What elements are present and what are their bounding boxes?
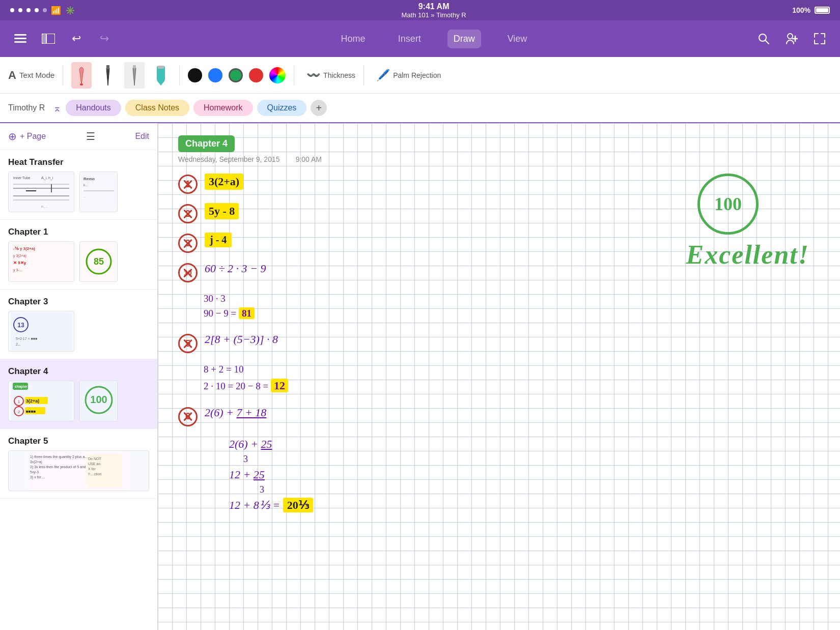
sidebar-item-title: Chapter 4 [8,366,149,377]
svg-text:2) 3x less then the product of: 2) 3x less then the product of 5 and y..… [30,465,92,469]
search-button[interactable] [753,28,774,49]
nav-tab-draw[interactable]: Draw [447,30,481,48]
nav-tab-insert[interactable]: Insert [392,30,427,48]
svg-rect-0 [14,34,26,36]
user-pill: Timothy R [8,103,45,112]
battery-icon [815,7,830,14]
svg-text:chapter 4: chapter 4 [15,385,31,389]
pen-tool-teal[interactable] [151,62,171,89]
nav-tab-home[interactable]: Home [335,30,372,48]
pen-tool-gray-active[interactable] [124,62,145,89]
palm-rejection-button[interactable]: 🖊️ Palm Rejection [376,69,441,82]
problem-num-1: 1 [178,175,198,194]
edit-button[interactable]: Edit [135,132,149,141]
sidebar-thumbnail: chapter 4 1 3(2+a) 2 ■■■■ [8,381,149,421]
back-arrow-button[interactable]: ⌅ [53,102,62,114]
svg-text:Remo: Remo [83,177,95,181]
nav-tab-view[interactable]: View [501,30,534,48]
tab-class-notes[interactable]: Class Notes [125,100,189,116]
add-icon: ⊕ [8,130,17,142]
separator-2 [179,65,180,85]
svg-text:✕ 5✕y: ✕ 5✕y [13,261,26,265]
status-bar-left: 📶 ✳️ [10,6,75,15]
status-subtitle: Math 101 » Timothy R [402,11,466,19]
status-time: 9:41 AM [418,2,450,11]
add-user-button[interactable] [781,28,802,49]
thickness-icon: 〰️ [306,69,320,82]
text-mode-label: Text Mode [19,71,54,79]
add-tab-button[interactable]: + [311,100,327,116]
problem-6: 6 2(6) + 7 + 18 [178,406,820,426]
main-layout: ⊕ + Page ☰ Edit Heat Transfer Inner Tube… [0,123,840,630]
add-page-button[interactable]: ⊕ + Page [8,130,46,142]
text-mode-button[interactable]: A Text Mode [8,69,54,82]
nav-left: ↩ ↪ [10,28,115,49]
svg-text:3(2+a): 3(2+a) [26,398,39,404]
color-swatch-blue[interactable] [208,68,222,82]
sidebar-toggle-button[interactable] [38,28,59,49]
svg-text:1) three times the quantity 2 : 1) three times the quantity 2 plus a... [30,455,88,459]
svg-rect-2 [14,41,26,43]
palm-rejection-icon: 🖊️ [376,69,390,82]
svg-text:A_i, h_i: A_i, h_i [41,176,53,180]
svg-text:X for: X for [88,467,96,471]
tab-handouts[interactable]: Handouts [66,100,121,116]
math-content: 100 Excellent! 1 3(2+a) 2 5y - 8 [178,174,820,513]
problem-num-2: 2 [178,204,198,223]
sidebar-item-heat-transfer[interactable]: Heat Transfer Inner Tube A_i, h_i R_... [0,150,157,220]
fullscreen-button[interactable] [809,28,830,49]
problem-6-work: 2(6) + 25 3 12 + 25 3 12 + 8⅓ = 20⅓ [204,436,820,513]
tab-homework[interactable]: Homework [193,100,253,116]
sidebar-item-title: Chapter 1 [8,227,149,237]
color-swatch-red[interactable] [249,68,263,82]
svg-rect-4 [42,34,46,44]
svg-rect-15 [158,66,164,69]
separator-1 [63,65,63,85]
color-swatch-green[interactable] [229,68,243,82]
battery-percent: 100% [792,6,810,14]
undo-button[interactable]: ↩ [66,28,87,49]
color-swatch-black[interactable] [188,68,202,82]
sidebar-thumbnail: Inner Tube A_i, h_i R_... Remo [8,171,149,212]
sidebar-item-chapter-1[interactable]: Chapter 1 -⅓ y 3(2+a) y 3(2+a) ✕ 5✕y y 3… [0,220,157,290]
redo-button[interactable]: ↪ [94,28,115,49]
nav-bar: ↩ ↪ Home Insert Draw View [0,20,840,57]
thumb-chapter-1-circle: 85 [79,241,118,282]
problem-num-6: 6 [178,407,198,426]
tab-quizzes[interactable]: Quizzes [257,100,307,116]
sidebar-thumbnail: -⅓ y 3(2+a) y 3(2+a) ✕ 5✕y y 3-... 85 [8,241,149,282]
thickness-button[interactable]: 〰️ Thickness [306,69,355,82]
svg-text:2: 2 [18,410,20,414]
menu-button[interactable] [10,28,31,49]
sidebar-item-chapter-5[interactable]: Chapter 5 1) three times the quantity 2 … [0,429,157,499]
problem-4-container: 10 60 ÷ 2 · 3 − 9 30 · 3 90 − 9 = 81 [178,262,820,321]
problem-5-work: 8 + 2 = 10 2 · 10 = 20 − 8 = 12 [204,362,820,394]
pen-tool-dark[interactable] [98,62,118,89]
nav-center: Home Insert Draw View [115,30,753,48]
problem-6-expr: 2(6) + 7 + 18 [205,406,266,419]
thumb-chapter-1: -⅓ y 3(2+a) y 3(2+a) ✕ 5✕y y 3-... [8,241,74,282]
wifi-icon: 📶 [51,6,61,15]
thumb-heat-transfer-2: Remo k... ... [79,171,118,212]
nav-right [753,28,830,49]
problem-num-4: 10 [178,263,198,282]
thumb-chapter-4-score: 100 [79,381,118,421]
color-picker-button[interactable] [269,67,286,83]
pen-tool-pink[interactable] [71,62,92,89]
text-mode-icon: A [8,69,16,82]
svg-text:85: 85 [93,256,103,267]
status-bar: 📶 ✳️ 9:41 AM Math 101 » Timothy R 100% [0,0,840,20]
problem-num-5: 5 [178,334,198,353]
status-bar-center: 9:41 AM Math 101 » Timothy R [402,2,466,19]
sidebar-item-title: Heat Transfer [8,157,149,167]
sidebar-item-chapter-3[interactable]: Chapter 3 13 5+2·17 = ■■■ 2... [0,290,157,359]
list-view-button[interactable]: ☰ [86,130,95,142]
sidebar-item-chapter-4[interactable]: Chapter 4 chapter 4 1 3(2+a) 2 ■■■■ [0,359,157,429]
svg-marker-14 [157,80,165,85]
draw-toolbar: A Text Mode 〰️ Thickness 🖊️ Palm Rejecti… [0,57,840,94]
problem-5-container: 5 2[8 + (5−3)] · 8 8 + 2 = 10 2 · 10 = 2… [178,333,820,394]
status-bar-right: 100% [792,6,830,14]
chapter-tag-label: Chapter 4 [178,135,235,152]
problem-1-expr: 3(2+a) [205,174,243,190]
thumb-chapter-5: 1) three times the quantity 2 plus a... … [8,450,149,491]
